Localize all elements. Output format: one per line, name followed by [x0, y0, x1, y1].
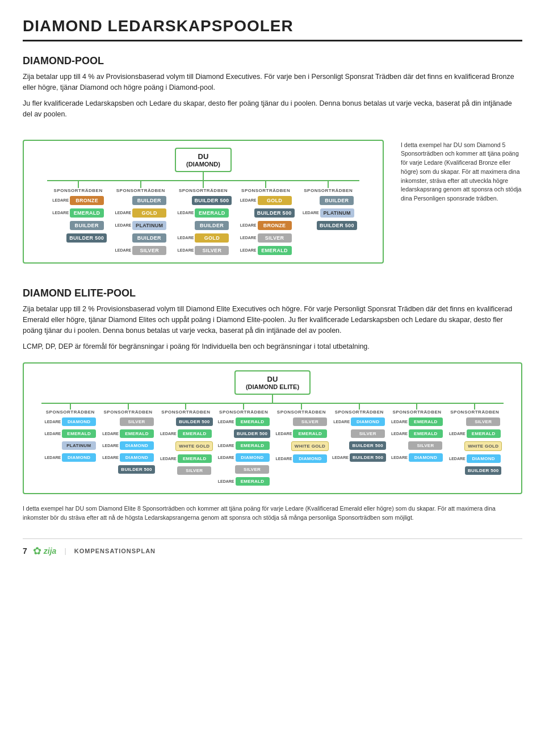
elite-badge-builder500-4: BUILDER 500 [234, 429, 270, 438]
elite-badge-builder500-6: BUILDER 500 [349, 441, 385, 450]
badge-builder-3: BUILDER [195, 221, 229, 230]
elite-badge-builder500-2: BUILDER 500 [118, 465, 154, 474]
sponsortraden-label-4: SPONSORTRÄDBEN [241, 188, 290, 193]
badge-gold-3: GOLD [195, 233, 229, 243]
sponsortraden-label-1: SPONSORTRÄDBEN [54, 188, 103, 193]
elite-badge-whitegold-3: WHITE GOLD [175, 441, 213, 451]
diamond-elite-pool-para2: LCMP, DP, DEP är föremål för begränsning… [23, 341, 522, 352]
elite-badge-emerald-7a: EMERALD [409, 417, 443, 426]
elite-badge-silver-2a: SILVER [120, 417, 154, 426]
elite-sponsortraden-7: SPONSORTRÄDBEN [392, 410, 441, 415]
elite-badge-diamond-2b: DIAMOND [120, 453, 154, 462]
elite-badge-builder500-6b: BUILDER 500 [350, 453, 386, 462]
elite-sponsortraden-1: SPONSORTRÄDBEN [46, 410, 95, 415]
elite-sponsortraden-6: SPONSORTRÄDBEN [335, 410, 384, 415]
elite-badge-emerald-2a: EMERALD [120, 429, 154, 438]
elite-badge-silver-4: SILVER [235, 465, 269, 474]
elite-badge-emerald-4c: EMERALD [236, 477, 270, 486]
elite-pool-footnote: I detta exempel har DU som Diamond Elite… [23, 504, 522, 523]
elite-badge-builder500-8: BUILDER 500 [465, 466, 501, 475]
du-elite-box: DU (DIAMOND ELITE) [234, 370, 311, 395]
elite-badge-whitegold-8: WHITE GOLD [464, 441, 502, 451]
diamond-elite-pool-para1: Zija betalar upp till 2 % Provisionsbase… [23, 304, 522, 337]
elite-badge-emerald-3b: EMERALD [178, 454, 212, 463]
badge-emerald-4: EMERALD [258, 246, 292, 255]
footer-page-number: 7 [23, 546, 27, 555]
diamond-pool-diagram: DU (DIAMOND) SPONSORTRÄDBEN LED [23, 130, 384, 274]
badge-bronze-1: BRONZE [70, 196, 104, 205]
diamond-pool-para2: Ju fler kvalificerade Ledarskapsben och … [23, 98, 522, 120]
badge-builder500-4: BUILDER 500 [254, 208, 295, 218]
elite-badge-silver-6a: SILVER [351, 429, 385, 438]
badge-bronze-4: BRONZE [258, 221, 292, 230]
du-diamond-box: DU (DIAMOND) [175, 148, 232, 172]
elite-badge-emerald-4b: EMERALD [236, 441, 270, 450]
zija-logo: ✿ zija [33, 545, 57, 557]
badge-silver-2: SILVER [132, 246, 166, 255]
badge-builder500-3: BUILDER 500 [192, 196, 232, 205]
elite-badge-diamond-1a: DIAMOND [62, 417, 96, 426]
zija-leaf-icon: ✿ [33, 545, 41, 557]
diamond-pool-title: DIAMOND-POOL [23, 55, 522, 67]
elite-badge-emerald-1a: EMERALD [62, 429, 96, 438]
du-elite-sub: (DIAMOND ELITE) [246, 383, 299, 390]
elite-sponsortraden-5: SPONSORTRÄDBEN [277, 410, 326, 415]
badge-builder-2: BUILDER [132, 196, 166, 205]
elite-badge-diamond-6a: DIAMOND [351, 417, 385, 426]
du-elite-label: DU [246, 375, 299, 383]
elite-badge-silver-8a: SILVER [466, 417, 500, 426]
badge-platinum-5: PLATINUM [320, 208, 354, 218]
elite-sponsortraden-3: SPONSORTRÄDBEN [161, 410, 210, 415]
diamond-pool-section: DIAMOND-POOL Zija betalar upp till 4 % a… [23, 55, 522, 274]
elite-badge-emerald-7b: EMERALD [409, 429, 443, 438]
elite-badge-emerald-5a: EMERALD [293, 429, 327, 438]
zija-logo-text: zija [44, 546, 57, 555]
badge-builder500-1: BUILDER 500 [66, 233, 107, 243]
elite-badge-diamond-5: DIAMOND [293, 454, 327, 463]
diamond-pool-side-note: I detta exempel har DU som Diamond 5 Spo… [392, 141, 522, 203]
badge-gold-2: GOLD [132, 208, 166, 218]
elite-badge-diamond-7: DIAMOND [409, 453, 443, 462]
badge-emerald-1: EMERALD [70, 208, 104, 218]
elite-sponsortraden-8: SPONSORTRÄDBEN [450, 410, 499, 415]
du-diamond-label: DU [186, 152, 220, 161]
badge-builder-1: BUILDER [70, 221, 104, 230]
elite-sponsortraden-4: SPONSORTRÄDBEN [219, 410, 268, 415]
badge-builder-2b: BUILDER [132, 233, 166, 243]
footer-kompensation-label: KOMPENSATIONSPLAN [74, 548, 156, 554]
badge-builder-5: BUILDER [320, 196, 354, 205]
sponsortraden-label-5: SPONSORTRÄDBEN [304, 188, 353, 193]
footer: 7 ✿ zija | KOMPENSATIONSPLAN [23, 538, 522, 557]
elite-badge-diamond-2a: DIAMOND [120, 441, 154, 450]
sponsortraden-label-2: SPONSORTRÄDBEN [116, 188, 165, 193]
diamond-elite-pool-diagram: DU (DIAMOND ELITE) SPONSORTRÄDBEN LEDARE… [23, 362, 522, 494]
elite-badge-whitegold-5: WHITE GOLD [291, 441, 329, 451]
elite-badge-silver-7: SILVER [408, 441, 442, 450]
elite-badge-silver-5a: SILVER [293, 417, 327, 426]
diamond-elite-pool-section: DIAMOND ELITE-POOL Zija betalar upp till… [23, 287, 522, 523]
badge-silver-4: SILVER [258, 233, 292, 243]
badge-emerald-3: EMERALD [195, 208, 229, 218]
elite-sponsortraden-2: SPONSORTRÄDBEN [104, 410, 153, 415]
page-title: DIAMOND LEDARSKAPSPOOLER [23, 17, 522, 41]
diamond-pool-para1: Zija betalar upp till 4 % av Provisionsb… [23, 72, 522, 94]
elite-badge-diamond-8: DIAMOND [467, 454, 501, 463]
sponsortraden-label-3: SPONSORTRÄDBEN [179, 188, 228, 193]
du-diamond-sub: (DIAMOND) [186, 161, 220, 168]
badge-platinum-2: PLATINUM [132, 221, 166, 230]
elite-badge-diamond-1b: DIAMOND [62, 453, 96, 462]
elite-badge-emerald-3a: EMERALD [178, 429, 212, 438]
badge-gold-4: GOLD [258, 196, 292, 205]
elite-badge-emerald-8a: EMERALD [467, 429, 501, 438]
elite-badge-silver-3: SILVER [177, 466, 211, 475]
badge-builder500-5: BUILDER 500 [317, 221, 357, 230]
elite-badge-builder500-3a: BUILDER 500 [176, 417, 212, 426]
diamond-elite-pool-title: DIAMOND ELITE-POOL [23, 287, 522, 299]
elite-badge-diamond-4: DIAMOND [236, 453, 270, 462]
badge-silver-3: SILVER [195, 246, 229, 255]
elite-badge-platinum-1: PLATINUM [62, 441, 96, 450]
elite-badge-emerald-4a: EMERALD [236, 417, 270, 426]
